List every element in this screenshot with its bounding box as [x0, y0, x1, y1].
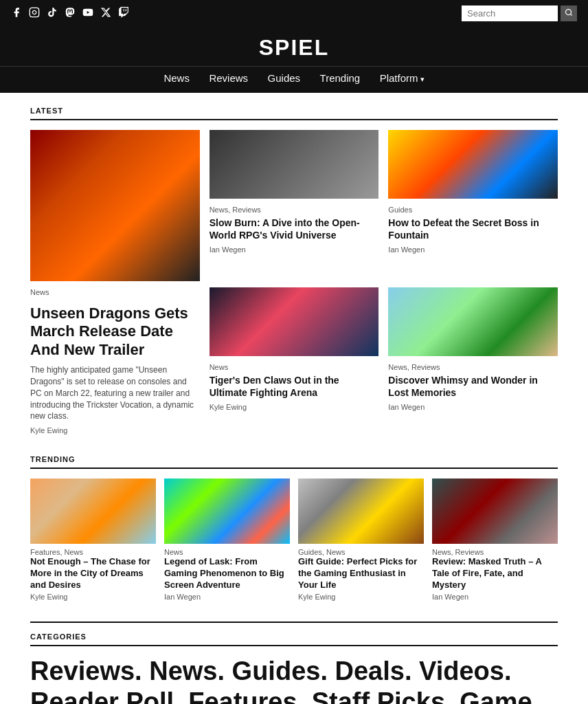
- side-article-3[interactable]: News, Reviews Discover Whimsy and Wonder…: [388, 287, 558, 435]
- latest-grid: News Unseen Dragons Gets March Release D…: [30, 130, 558, 434]
- search-area: [462, 6, 577, 21]
- trending-0-author: Kyle Ewing: [30, 593, 156, 601]
- trending-0-category: Features, News: [30, 548, 156, 556]
- site-logo[interactable]: SPIEL: [0, 27, 588, 66]
- side-article-2[interactable]: News Tiger's Den Claws Out in the Ultima…: [210, 287, 379, 435]
- trending-0-image: [30, 478, 156, 544]
- main-article-title: Unseen Dragons Gets March Release Date A…: [30, 305, 200, 359]
- main-nav: News Reviews Guides Trending Platform: [0, 66, 588, 93]
- categories-label: CATEGORIES: [30, 632, 558, 646]
- trending-1-image: [164, 478, 290, 544]
- trending-3-author: Ian Wegen: [432, 593, 558, 601]
- trending-article-0[interactable]: Features, News Not Enough – The Chase fo…: [30, 478, 156, 601]
- side-article-1-author: Ian Wegen: [388, 245, 558, 254]
- side-article-1[interactable]: Guides How to Defeat the Secret Boss in …: [388, 130, 558, 278]
- svg-rect-0: [30, 8, 38, 16]
- svg-line-4: [570, 14, 572, 15]
- trending-0-title: Not Enough – The Chase for More in the C…: [30, 556, 156, 591]
- side-article-1-category: Guides: [388, 206, 558, 214]
- trending-grid: Features, News Not Enough – The Chase fo…: [30, 478, 558, 601]
- x-twitter-icon[interactable]: [100, 7, 111, 20]
- side-article-3-author: Ian Wegen: [388, 403, 558, 411]
- nav-platform[interactable]: Platform: [380, 72, 425, 84]
- trending-2-author: Kyle Ewing: [298, 593, 424, 601]
- categories-text: Reviews. News. Guides. Deals. Videos. Re…: [30, 656, 558, 704]
- trending-section: TRENDING Features, News Not Enough – The…: [30, 455, 558, 601]
- trending-article-3[interactable]: News, Reviews Review: Masked Truth – A T…: [432, 478, 558, 601]
- side-article-0-image: [210, 130, 379, 199]
- trending-2-category: Guides, News: [298, 548, 424, 556]
- nav-news[interactable]: News: [163, 72, 190, 84]
- side-article-2-author: Kyle Ewing: [210, 403, 379, 411]
- youtube-icon[interactable]: [82, 7, 93, 20]
- search-button[interactable]: [561, 6, 577, 21]
- search-input[interactable]: [462, 6, 558, 21]
- side-article-2-image: [210, 287, 379, 356]
- header: [0, 0, 588, 27]
- trending-3-image: [432, 478, 558, 544]
- trending-2-image: [298, 478, 424, 544]
- side-article-3-category: News, Reviews: [388, 363, 558, 371]
- facebook-icon[interactable]: [11, 7, 22, 20]
- tiktok-icon[interactable]: [47, 7, 58, 20]
- mastodon-icon[interactable]: [65, 7, 76, 20]
- side-article-0[interactable]: News, Reviews Slow Burn: A Dive into the…: [210, 130, 379, 278]
- side-article-1-image: [388, 130, 558, 199]
- trending-article-2[interactable]: Guides, News Gift Guide: Perfect Picks f…: [298, 478, 424, 601]
- trending-3-title: Review: Masked Truth – A Tale of Fire, F…: [432, 556, 558, 591]
- latest-section: LATEST News Unseen Dragons Gets March Re…: [30, 107, 558, 434]
- instagram-icon[interactable]: [29, 7, 40, 20]
- latest-main-article[interactable]: News Unseen Dragons Gets March Release D…: [30, 130, 200, 434]
- social-icons-bar: [11, 7, 129, 20]
- side-article-3-image: [388, 287, 558, 356]
- side-article-2-category: News: [210, 363, 379, 371]
- side-article-0-title: Slow Burn: A Dive into the Open-World RP…: [210, 217, 379, 241]
- side-article-0-author: Ian Wegen: [210, 245, 379, 254]
- trending-1-title: Legend of Lask: From Gaming Phenomenon t…: [164, 556, 290, 591]
- main-article-category: News: [30, 288, 200, 296]
- twitch-icon[interactable]: [118, 7, 129, 20]
- trending-label: TRENDING: [30, 455, 558, 469]
- nav-trending[interactable]: Trending: [320, 72, 361, 84]
- trending-3-category: News, Reviews: [432, 548, 558, 556]
- trending-2-title: Gift Guide: Perfect Picks for the Gaming…: [298, 556, 424, 591]
- main-article-image: [30, 130, 200, 281]
- trending-article-1[interactable]: News Legend of Lask: From Gaming Phenome…: [164, 478, 290, 601]
- categories-section: CATEGORIES Reviews. News. Guides. Deals.…: [30, 622, 558, 704]
- svg-point-3: [566, 10, 572, 15]
- latest-label: LATEST: [30, 107, 558, 120]
- nav-reviews[interactable]: Reviews: [209, 72, 248, 84]
- main-article-description: The highly anticipated game "Unseen Drag…: [30, 364, 200, 422]
- side-article-1-title: How to Defeat the Secret Boss in Fountai…: [388, 217, 558, 241]
- trending-1-author: Ian Wegen: [164, 593, 290, 601]
- side-article-3-title: Discover Whimsy and Wonder in Lost Memor…: [388, 374, 558, 399]
- side-article-0-category: News, Reviews: [210, 206, 379, 214]
- main-content: LATEST News Unseen Dragons Gets March Re…: [19, 93, 569, 704]
- side-article-2-title: Tiger's Den Claws Out in the Ultimate Fi…: [210, 374, 379, 399]
- nav-guides[interactable]: Guides: [268, 72, 301, 84]
- trending-1-category: News: [164, 548, 290, 556]
- main-article-author: Kyle Ewing: [30, 426, 200, 434]
